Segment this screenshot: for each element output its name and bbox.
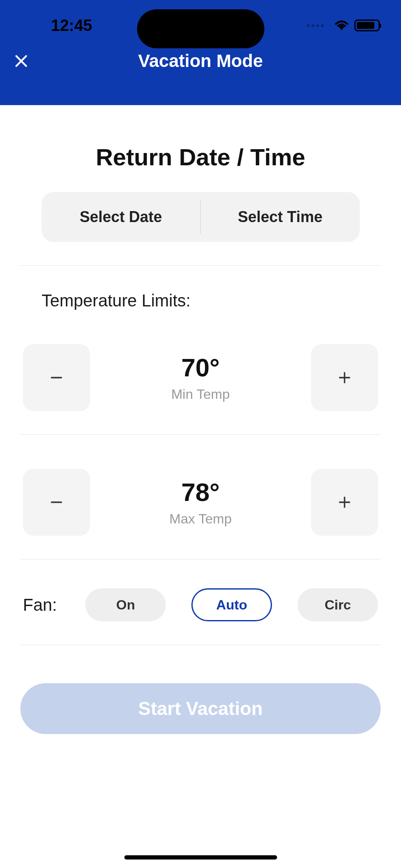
fan-row: Fan: On Auto Circ xyxy=(20,588,381,621)
close-icon[interactable] xyxy=(13,53,30,70)
min-temp-label: Min Temp xyxy=(171,387,230,402)
select-date-button[interactable]: Select Date xyxy=(42,192,201,242)
home-indicator[interactable] xyxy=(124,855,277,860)
date-time-selector: Select Date Select Time xyxy=(42,192,360,242)
min-temp-increase-button[interactable] xyxy=(311,344,378,411)
max-temp-display: 78° Max Temp xyxy=(169,478,232,527)
fan-options: On Auto Circ xyxy=(82,588,378,621)
divider xyxy=(20,265,381,266)
plus-icon xyxy=(336,494,353,511)
fan-option-on[interactable]: On xyxy=(85,588,166,621)
start-vacation-button[interactable]: Start Vacation xyxy=(20,683,381,734)
header: 12:45 Vacation Mode xyxy=(0,0,401,105)
divider xyxy=(20,645,381,645)
plus-icon xyxy=(336,369,353,386)
max-temp-value: 78° xyxy=(169,478,232,507)
content: Return Date / Time Select Date Select Ti… xyxy=(0,143,401,734)
max-temp-row: 78° Max Temp xyxy=(20,469,381,536)
return-date-heading: Return Date / Time xyxy=(20,143,381,171)
page-title: Vacation Mode xyxy=(138,51,263,71)
signal-dots-icon xyxy=(307,24,324,27)
status-time: 12:45 xyxy=(51,17,92,35)
minus-icon xyxy=(48,494,65,511)
max-temp-decrease-button[interactable] xyxy=(23,469,90,536)
min-temp-value: 70° xyxy=(171,353,230,382)
divider xyxy=(20,559,381,559)
min-temp-display: 70° Min Temp xyxy=(171,353,230,402)
fan-label: Fan: xyxy=(23,595,57,615)
fan-option-auto[interactable]: Auto xyxy=(191,588,272,621)
temp-limits-label: Temperature Limits: xyxy=(20,291,381,310)
fan-option-circ[interactable]: Circ xyxy=(297,588,378,621)
minus-icon xyxy=(48,369,65,386)
max-temp-increase-button[interactable] xyxy=(311,469,378,536)
min-temp-row: 70° Min Temp xyxy=(20,344,381,411)
max-temp-label: Max Temp xyxy=(169,511,232,527)
divider xyxy=(20,434,381,435)
status-bar: 12:45 xyxy=(0,0,401,38)
status-icons xyxy=(307,18,380,33)
min-temp-decrease-button[interactable] xyxy=(23,344,90,411)
wifi-icon xyxy=(333,18,350,33)
select-time-button[interactable]: Select Time xyxy=(201,192,360,242)
battery-icon xyxy=(354,19,380,31)
nav-bar: Vacation Mode xyxy=(0,38,401,84)
